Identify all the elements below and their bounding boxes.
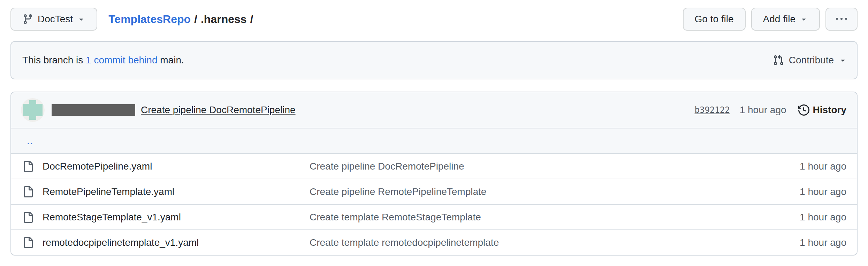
breadcrumb: TemplatesRepo / .harness / — [108, 13, 253, 26]
table-row[interactable]: DocRemotePipeline.yaml Create pipeline D… — [11, 153, 857, 179]
chevron-down-icon — [839, 56, 847, 64]
commit-timestamp: 1 hour ago — [740, 104, 786, 116]
branch-status-banner: This branch is 1 commit behind main. Con… — [10, 41, 858, 79]
table-row[interactable]: RemoteStageTemplate_v1.yaml Create templ… — [11, 204, 857, 229]
table-row[interactable]: remotedocpipelinetemplate_v1.yaml Create… — [11, 229, 857, 255]
file-name-cell: remotedocpipelinetemplate_v1.yaml — [11, 237, 310, 248]
toolbar-actions: Go to file Add file — [683, 8, 858, 31]
table-row[interactable]: RemotePipelineTemplate.yaml Create pipel… — [11, 179, 857, 204]
parent-directory-link[interactable]: .. — [27, 135, 34, 147]
breadcrumb-path: .harness — [201, 13, 247, 26]
branch-selector-button[interactable]: DocTest — [10, 8, 97, 31]
breadcrumb-separator: / — [250, 13, 253, 26]
breadcrumb-repo-link[interactable]: TemplatesRepo — [108, 13, 191, 26]
file-icon — [22, 237, 33, 248]
breadcrumb-separator: / — [194, 13, 197, 26]
row-commit-message-link[interactable]: Create pipeline DocRemotePipeline — [310, 161, 464, 172]
latest-commit-header: Create pipeline DocRemotePipeline b39212… — [11, 92, 857, 128]
file-age: 1 hour ago — [745, 237, 857, 248]
parent-directory-row[interactable]: .. — [11, 128, 857, 153]
file-age: 1 hour ago — [745, 161, 857, 172]
file-browser: Create pipeline DocRemotePipeline b39212… — [10, 92, 858, 256]
file-age: 1 hour ago — [745, 186, 857, 197]
chevron-down-icon — [800, 15, 808, 23]
commit-message-cell: Create template remotedocpipelinetemplat… — [310, 237, 745, 248]
redacted-author-name — [52, 104, 135, 116]
more-options-button[interactable] — [825, 8, 858, 31]
git-branch-icon — [22, 14, 33, 25]
row-commit-message-link[interactable]: Create template RemoteStageTemplate — [310, 212, 481, 222]
kebab-horizontal-icon — [836, 14, 847, 25]
commit-message-cell: Create template RemoteStageTemplate — [310, 212, 745, 223]
history-clock-icon — [798, 104, 809, 116]
repo-toolbar: DocTest TemplatesRepo / .harness / Go to… — [10, 8, 858, 31]
commit-message-cell: Create pipeline RemotePipelineTemplate — [310, 186, 745, 197]
banner-text: This branch is 1 commit behind main. — [22, 55, 184, 66]
go-to-file-button[interactable]: Go to file — [683, 8, 746, 31]
file-name-cell: RemoteStageTemplate_v1.yaml — [11, 212, 310, 223]
add-file-label: Add file — [763, 14, 795, 25]
commit-hash-link[interactable]: b392122 — [694, 105, 730, 115]
commit-message-cell: Create pipeline DocRemotePipeline — [310, 161, 745, 172]
file-name-link[interactable]: RemoteStageTemplate_v1.yaml — [43, 212, 181, 223]
chevron-down-icon — [77, 15, 85, 23]
row-commit-message-link[interactable]: Create pipeline RemotePipelineTemplate — [310, 186, 486, 197]
file-name-cell: RemotePipelineTemplate.yaml — [11, 186, 310, 197]
file-icon — [22, 186, 33, 197]
file-name-cell: DocRemotePipeline.yaml — [11, 161, 310, 172]
contribute-label: Contribute — [789, 55, 834, 66]
banner-text-prefix: This branch is — [22, 55, 83, 65]
avatar[interactable] — [21, 98, 45, 122]
branch-name: DocTest — [38, 14, 73, 25]
file-icon — [22, 161, 33, 172]
git-pull-request-icon — [773, 55, 784, 66]
file-age: 1 hour ago — [745, 212, 857, 223]
row-commit-message-link[interactable]: Create template remotedocpipelinetemplat… — [310, 237, 499, 248]
file-name-link[interactable]: DocRemotePipeline.yaml — [43, 161, 152, 172]
file-name-link[interactable]: remotedocpipelinetemplate_v1.yaml — [43, 237, 199, 248]
commits-behind-link[interactable]: 1 commit behind — [86, 55, 157, 65]
contribute-button[interactable]: Contribute — [773, 55, 847, 66]
add-file-button[interactable]: Add file — [751, 8, 820, 31]
file-icon — [22, 212, 33, 223]
commit-message-link[interactable]: Create pipeline DocRemotePipeline — [141, 104, 296, 116]
file-name-link[interactable]: RemotePipelineTemplate.yaml — [43, 186, 174, 197]
history-label: History — [813, 104, 846, 116]
history-link[interactable]: History — [798, 104, 846, 116]
banner-text-suffix: main. — [160, 55, 184, 65]
commit-meta: b392122 1 hour ago History — [694, 104, 846, 116]
